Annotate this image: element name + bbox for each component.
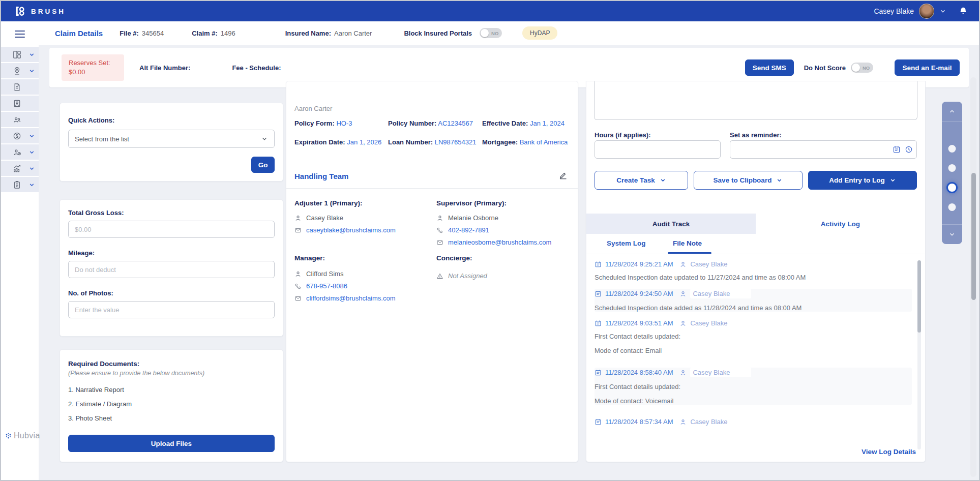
- quick-actions-selected-value: Select from the list: [75, 135, 129, 143]
- brand-logo[interactable]: BRUSH: [14, 5, 66, 17]
- block-portals-toggle[interactable]: NO: [480, 28, 502, 38]
- calendar-icon[interactable]: [893, 145, 901, 154]
- user-icon: [679, 261, 687, 268]
- chevron-down-icon: [261, 135, 268, 142]
- quick-actions-select[interactable]: Select from the list: [68, 130, 275, 148]
- photos-label: No. of Photos:: [68, 289, 275, 297]
- chart-trend-icon: [12, 164, 22, 173]
- scrollbar-thumb[interactable]: [917, 260, 921, 333]
- chevron-down-icon: [28, 182, 35, 188]
- subtab-file-note[interactable]: File Note: [673, 239, 702, 247]
- do-not-score-label: Do Not Score: [804, 64, 846, 72]
- tab-activity-log[interactable]: Activity Log: [756, 214, 925, 234]
- add-entry-to-log-button[interactable]: Add Entry to Log: [808, 171, 917, 190]
- dollar-circle-icon: [12, 131, 22, 141]
- sidebar-item-analytics[interactable]: [1, 161, 39, 176]
- policy-number-label: Policy Number:: [388, 119, 436, 127]
- subtab-system-log[interactable]: System Log: [607, 239, 646, 247]
- manager-role-label: Manager:: [294, 254, 429, 262]
- upload-files-button[interactable]: Upload Files: [68, 435, 275, 452]
- handling-team-title: Handling Team: [294, 172, 348, 181]
- go-button[interactable]: Go: [251, 157, 275, 173]
- supervisor-phone-link[interactable]: 402-892-7891: [448, 226, 489, 234]
- stepper-dot-2[interactable]: [948, 164, 956, 172]
- supervisor-email-link[interactable]: melanieosborne@brushclaims.com: [448, 238, 551, 246]
- required-documents-title: Required Documents:: [68, 360, 275, 368]
- person-check-icon: [12, 147, 22, 157]
- user-avatar[interactable]: [919, 4, 934, 19]
- scrollbar-thumb[interactable]: [971, 173, 976, 300]
- chevron-down-icon[interactable]: [939, 8, 946, 15]
- clock-icon[interactable]: [905, 145, 913, 154]
- navbar-user-name[interactable]: Casey Blake: [874, 7, 914, 15]
- chevron-down-icon: [28, 165, 35, 172]
- reminder-input[interactable]: [730, 140, 917, 159]
- concierge-role-label: Concierge:: [436, 254, 569, 262]
- sidebar-item-documents[interactable]: [1, 79, 39, 95]
- policy-number-value: AC1234567: [438, 119, 473, 127]
- stepper-dot-4[interactable]: [948, 203, 956, 211]
- manager-email-link[interactable]: cliffordsims@brushclaims.com: [306, 294, 396, 302]
- file-number-value: 345654: [142, 29, 164, 37]
- calendar-icon: [595, 369, 602, 376]
- edit-pencil-icon[interactable]: [559, 171, 568, 179]
- log-entry-user: Casey Blake: [690, 319, 727, 327]
- sidebar-item-payments[interactable]: [1, 128, 39, 143]
- send-sms-button[interactable]: Send SMS: [745, 59, 794, 76]
- toggle-knob: [852, 64, 860, 72]
- sidebar-item-contact[interactable]: [1, 96, 39, 111]
- add-entry-label: Add Entry to Log: [829, 176, 884, 184]
- log-scrollbar[interactable]: [917, 260, 921, 449]
- calendar-icon: [595, 320, 602, 327]
- mail-icon: [436, 239, 443, 246]
- log-note-textarea[interactable]: [594, 81, 917, 120]
- save-to-clipboard-label: Save to Clipboard: [714, 176, 772, 184]
- log-entry-user: Casey Blake: [690, 289, 751, 298]
- toggle-knob: [481, 29, 489, 37]
- sidebar-item-team[interactable]: [1, 112, 39, 127]
- effective-date-value: Jan 1, 2024: [530, 119, 565, 127]
- document-item: 1. Narrative Report: [68, 386, 275, 394]
- person-icon: [294, 215, 302, 222]
- sidebar-item-location[interactable]: [1, 63, 39, 78]
- log-tabs: Audit Track Activity Log: [586, 214, 925, 234]
- team-member-adjuster: Adjuster 1 (Primary): Casey Blake caseyb…: [294, 199, 429, 234]
- insured-name-label: Insured Name:: [285, 29, 331, 37]
- stepper-down-button[interactable]: [942, 224, 962, 244]
- hubvia-logo: Hubvia: [5, 431, 40, 440]
- log-entry-user: Casey Blake: [690, 368, 751, 377]
- send-email-button[interactable]: Send an E-mail: [895, 59, 960, 76]
- menu-toggle-button[interactable]: [1, 21, 39, 47]
- team-member-concierge: Concierge: Not Assigned: [436, 254, 569, 280]
- calendar-icon: [595, 290, 602, 297]
- sidebar-item-vendors[interactable]: [1, 144, 39, 160]
- document-item: 3. Photo Sheet: [68, 414, 275, 422]
- page-scrollbar[interactable]: [970, 77, 976, 477]
- bell-icon[interactable]: [959, 7, 968, 16]
- user-icon: [679, 290, 687, 297]
- hours-input[interactable]: [595, 140, 721, 159]
- save-to-clipboard-button[interactable]: Save to Clipboard: [694, 171, 803, 190]
- chevron-down-icon: [660, 177, 666, 184]
- gross-loss-input[interactable]: [68, 221, 275, 238]
- photos-input[interactable]: [68, 301, 275, 318]
- create-task-button[interactable]: Create Task: [595, 171, 688, 190]
- reserves-set-box: Reserves Set: $0.00: [62, 54, 124, 81]
- log-entry: 11/28/2024 9:25:21 AM Casey Blake Schedu…: [595, 260, 912, 281]
- block-portals-label: Block Insured Portals: [404, 29, 472, 37]
- sidebar-item-dashboard[interactable]: [1, 47, 39, 62]
- manager-phone-link[interactable]: 678-957-8086: [306, 282, 347, 290]
- adjuster-email-link[interactable]: caseyblake@brushclaims.com: [306, 226, 396, 234]
- tab-audit-track[interactable]: Audit Track: [586, 214, 756, 234]
- log-entry-user: Casey Blake: [690, 260, 727, 268]
- stepper-dot-1[interactable]: [948, 145, 956, 153]
- view-log-details-link[interactable]: View Log Details: [862, 448, 916, 456]
- mileage-input[interactable]: [68, 261, 275, 278]
- brush-logo-icon: [14, 5, 26, 17]
- file-number-label: File #:: [120, 29, 139, 37]
- sidebar-item-invoices[interactable]: [1, 177, 39, 192]
- stepper-up-button[interactable]: [942, 102, 962, 122]
- stepper-dot-3-active[interactable]: [946, 182, 958, 193]
- log-entry-datetime: 11/28/2024 8:57:34 AM: [605, 418, 673, 426]
- do-not-score-toggle[interactable]: NO: [851, 63, 873, 73]
